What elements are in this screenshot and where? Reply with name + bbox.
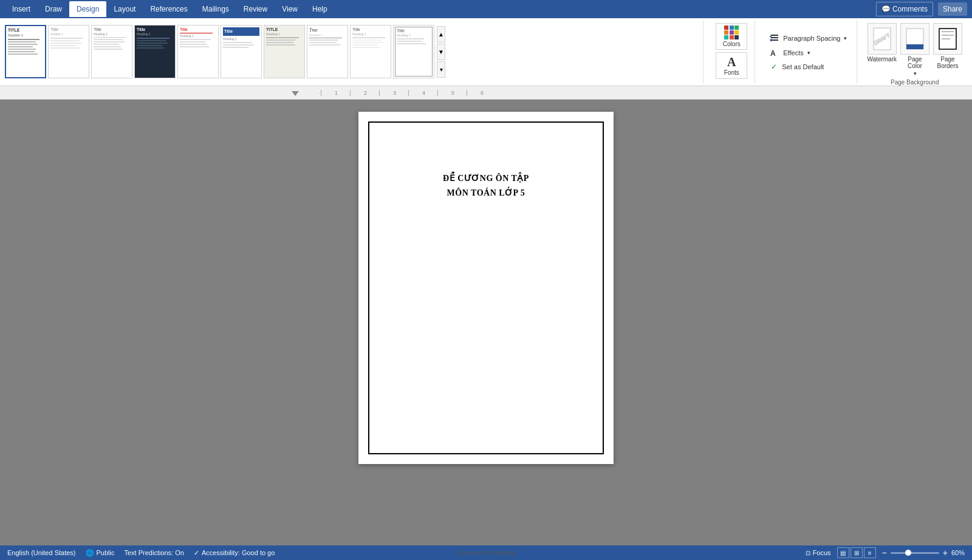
share-button[interactable]: Share xyxy=(938,2,967,16)
language-status: English (United States) xyxy=(7,549,76,556)
watermark-button[interactable]: DRAFT DRAFT Watermark xyxy=(867,23,897,63)
themes-gallery: TITLE Subtitle 1 Title Subtitle 1 xyxy=(5,25,434,80)
colors-fonts-section: Colors A Fonts xyxy=(708,21,755,83)
page-background-label: Page Background xyxy=(867,79,962,86)
status-right: ⊡ Focus ▤ ⊞ ≡ − + 60% xyxy=(806,547,965,558)
svg-rect-11 xyxy=(942,38,950,39)
tab-help[interactable]: Help xyxy=(305,1,335,17)
theme-8[interactable]: Tme Heading 1 xyxy=(307,25,348,78)
theme-5[interactable]: Title Heading 1 xyxy=(177,25,219,78)
view-print-button[interactable]: ▤ xyxy=(837,547,849,558)
fonts-icon: A xyxy=(727,56,736,68)
text-predictions-label: Text Predictions: On xyxy=(124,549,183,556)
page-border: ĐỀ CƯƠNG ÔN TẬP MÔN TOÁN LỚP 5 xyxy=(368,121,604,454)
tab-draw[interactable]: Draw xyxy=(38,1,69,17)
accessibility-status: ✓ Accessibility: Good to go xyxy=(194,549,275,557)
svg-rect-1 xyxy=(771,37,778,38)
theme-7[interactable]: TITLE Heading 1 xyxy=(264,25,305,78)
themes-gallery-section: TITLE Subtitle 1 Title Subtitle 1 xyxy=(5,21,703,83)
svg-text:A: A xyxy=(770,49,776,58)
fonts-label: Fonts xyxy=(724,69,739,76)
tab-layout[interactable]: Layout xyxy=(106,1,143,17)
effects-icon: A xyxy=(770,48,779,58)
set-default-button[interactable]: ✓ Set as Default xyxy=(767,61,849,72)
document-line2: MÔN TOÁN LỚP 5 xyxy=(443,186,529,200)
comments-button[interactable]: 💬 Comments xyxy=(876,2,933,16)
accessibility-icon: ✓ xyxy=(194,549,199,557)
zoom-controls: − + 60% xyxy=(882,548,965,558)
effects-button[interactable]: A Effects ▾ xyxy=(767,47,849,59)
ruler-marker xyxy=(292,90,299,97)
gallery-expand[interactable]: ▾ xyxy=(437,61,445,78)
theme-9[interactable]: Title Heading 1 xyxy=(350,25,391,78)
view-read-button[interactable]: ≡ xyxy=(864,547,876,558)
theme-4[interactable]: Title Heading 1 xyxy=(134,25,176,78)
set-default-label: Set as Default xyxy=(782,63,824,70)
theme-10[interactable]: Title Heading 1 xyxy=(393,25,434,78)
language-label: English (United States) xyxy=(7,549,76,556)
svg-rect-9 xyxy=(942,31,954,32)
document-line1: ĐỀ CƯƠNG ÔN TẬP xyxy=(443,171,529,186)
page[interactable]: ĐỀ CƯƠNG ÔN TẬP MÔN TOÁN LỚP 5 xyxy=(358,112,614,464)
tab-mailings[interactable]: Mailings xyxy=(195,1,236,17)
paragraph-spacing-icon xyxy=(770,33,779,43)
page-background-section: DRAFT DRAFT Watermark xyxy=(862,21,967,83)
gallery-scroll-down[interactable]: ▼ xyxy=(437,44,445,60)
visibility-status: 🌐 Public xyxy=(86,549,115,557)
zoom-in-button[interactable]: + xyxy=(943,548,948,558)
svg-rect-7 xyxy=(906,44,923,49)
ruler: · 1 2 3 4 5 6 xyxy=(0,86,972,100)
svg-rect-0 xyxy=(771,35,778,36)
paragraph-spacing-label: Paragraph Spacing xyxy=(783,35,840,42)
theme-3[interactable]: Title Heading 1 xyxy=(91,25,132,78)
colors-label: Colors xyxy=(723,41,741,47)
accessibility-label: Accessibility: Good to go xyxy=(202,549,275,556)
ruler-inner: · 1 2 3 4 5 6 xyxy=(0,90,972,96)
page-color-label: PageColor xyxy=(908,56,922,69)
theme-2[interactable]: Title Subtitle 1 xyxy=(48,25,89,78)
view-web-button[interactable]: ⊞ xyxy=(850,547,863,558)
paragraph-spacing-button[interactable]: Paragraph Spacing ▾ xyxy=(767,32,849,44)
zoom-out-button[interactable]: − xyxy=(882,548,887,558)
page-bg-buttons: DRAFT DRAFT Watermark xyxy=(867,23,962,77)
theme-default[interactable]: TITLE Subtitle 1 xyxy=(5,25,46,78)
visibility-label: Public xyxy=(97,549,115,556)
page-borders-label: PageBorders xyxy=(937,56,958,69)
effects-chevron: ▾ xyxy=(807,50,810,56)
tab-references[interactable]: References xyxy=(143,1,194,17)
document-area: ĐỀ CƯƠNG ÔN TẬP MÔN TOÁN LỚP 5 xyxy=(0,100,972,545)
zoom-thumb[interactable] xyxy=(905,550,911,556)
ribbon: Insert Draw Design Layout References Mai… xyxy=(0,0,972,86)
fonts-button[interactable]: A Fonts xyxy=(716,52,747,79)
zoom-level: 60% xyxy=(951,549,965,556)
format-controls-section: Paragraph Spacing ▾ A Effects ▾ ✓ Set as… xyxy=(760,21,857,83)
page-color-chevron: ▾ xyxy=(914,70,917,77)
svg-rect-2 xyxy=(771,39,778,41)
colors-button[interactable]: Colors xyxy=(716,23,747,50)
zoom-slider[interactable] xyxy=(891,552,939,554)
focus-label: Focus xyxy=(813,549,831,556)
gallery-scroll: ▲ ▼ ▾ xyxy=(437,26,445,78)
tab-insert[interactable]: Insert xyxy=(5,1,38,17)
ribbon-tab-bar: Insert Draw Design Layout References Mai… xyxy=(0,0,972,18)
page-color-button[interactable]: PageColor ▾ xyxy=(900,23,929,77)
focus-icon: ⊡ xyxy=(806,550,810,556)
watermark-label: Watermark xyxy=(867,56,897,63)
theme-6[interactable]: Title Heading 1 xyxy=(221,25,262,78)
ribbon-content: TITLE Subtitle 1 Title Subtitle 1 xyxy=(0,18,972,86)
text-predictions-status: Text Predictions: On xyxy=(124,549,183,556)
tab-view[interactable]: View xyxy=(275,1,305,17)
effects-label: Effects xyxy=(783,49,803,56)
paragraph-spacing-chevron: ▾ xyxy=(844,35,847,41)
ruler-marks: · 1 2 3 4 5 6 xyxy=(292,90,496,96)
gallery-scroll-up[interactable]: ▲ xyxy=(437,26,445,43)
document-content[interactable]: ĐỀ CƯƠNG ÔN TẬP MÔN TOÁN LỚP 5 xyxy=(443,171,529,200)
set-default-check-icon: ✓ xyxy=(770,63,778,71)
focus-button[interactable]: ⊡ Focus xyxy=(806,549,831,556)
view-buttons: ▤ ⊞ ≡ xyxy=(837,547,876,558)
tab-design[interactable]: Design xyxy=(69,1,106,17)
page-borders-button[interactable]: PageBorders xyxy=(933,23,962,69)
svg-rect-10 xyxy=(942,35,954,36)
public-icon: 🌐 xyxy=(86,549,94,557)
tab-review[interactable]: Review xyxy=(236,1,275,17)
